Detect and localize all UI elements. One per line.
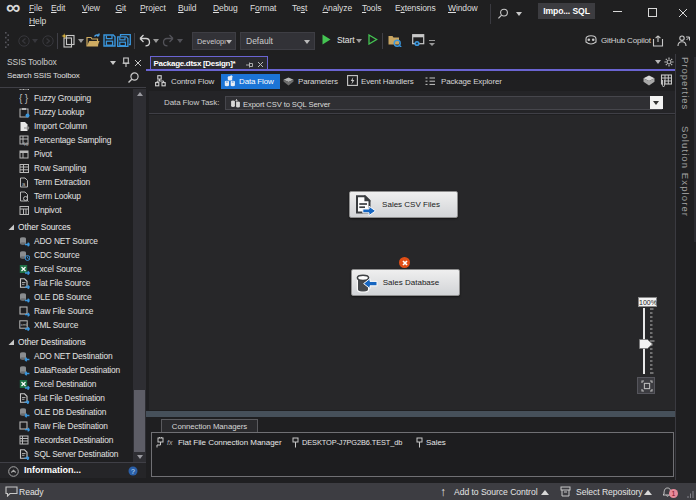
svg-text:%: % (23, 141, 29, 147)
svg-text:a: a (22, 181, 26, 187)
svg-text:?: ? (131, 468, 135, 475)
svg-text:xml: xml (21, 322, 28, 327)
svg-text:{ }: { } (19, 93, 29, 104)
